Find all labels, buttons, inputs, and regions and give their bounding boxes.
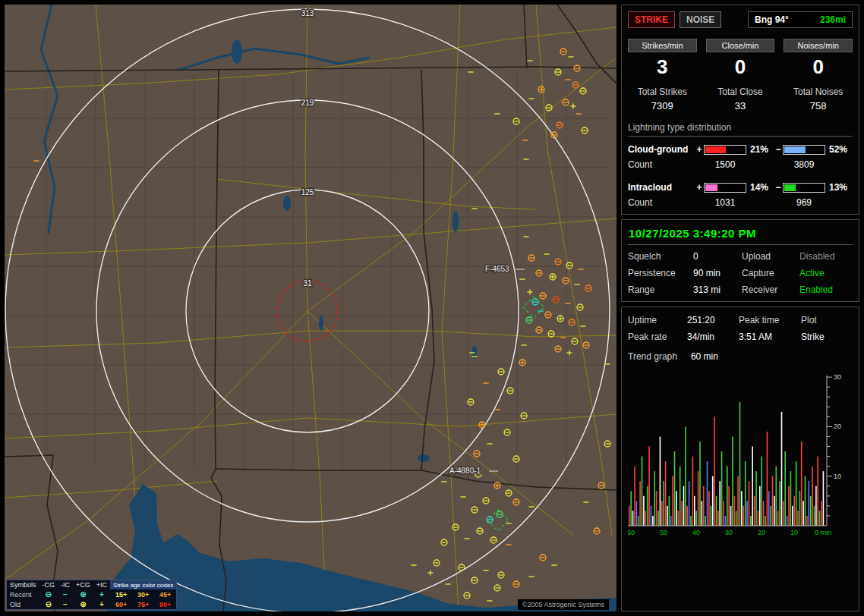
ic-neg-bar [783,183,825,193]
ic-pos-bar [704,183,746,193]
lightning-map[interactable]: 31321912531 F-4653A-4880-1 [5,5,616,611]
total-noises: Total Noises 758 [784,86,853,112]
bearing-display: Bng 94° 236mi [748,11,853,28]
cloud-ground-counts: Count 1500 3809 [628,159,853,170]
age-code-15: 15+ [110,589,132,599]
svg-text:20: 20 [758,529,765,536]
divider [628,244,853,245]
svg-text:20: 20 [834,423,841,430]
svg-text:0 min: 0 min [815,529,831,536]
svg-text:40: 40 [692,529,700,536]
legend-col-pos-cg: +CG [73,580,93,589]
distribution-title: Lightning type distribution [628,122,853,137]
cg-pos-bar [704,145,746,155]
intracloud-counts: Count 1031 969 [628,197,853,208]
legend-age-title: Strike age color codes [110,580,176,589]
trend-box: Uptime 251:20 Peak time Plot Peak rate 3… [621,306,859,611]
svg-text:30: 30 [725,529,733,536]
map-panel[interactable]: 31321912531 F-4653A-4880-1 Symbols -CG -… [5,5,616,611]
recent-ic-minus-icon: − [58,589,73,599]
bearing-range: 236mi [820,14,846,25]
stats-box: STRIKE NOISE Bng 94° 236mi Strikes/min 3… [621,5,859,215]
rate-counters: Strikes/min 3 Close/min 0 Noises/min 0 [628,39,853,79]
total-close: Total Close 33 [706,86,775,112]
legend-col-neg-cg: -CG [39,580,58,589]
legend-symbols-title: Symbols [7,580,39,589]
old-cg-minus-icon: ⊖ [39,599,58,609]
noises-per-min-value: 0 [784,55,853,79]
strikes-per-min: Strikes/min 3 [628,39,697,79]
noise-button[interactable]: NOISE [680,11,721,28]
recent-ic-plus-icon: + [93,589,110,599]
svg-text:10: 10 [790,529,798,536]
minus-sign: − [774,144,783,155]
recent-cg-plus-icon: ⊕ [73,589,93,599]
legend-recent-label: Recent [7,589,39,599]
legend-col-neg-ic: -IC [58,580,73,589]
bearing-label: Bng 94° [755,14,789,25]
ring-label-31: 31 [303,279,312,288]
age-code-30: 30+ [132,589,154,599]
ring-label-219: 219 [301,99,314,107]
old-cg-plus-icon: ⊕ [73,599,93,609]
trend-graph-label: Trend graph [628,351,677,362]
old-ic-plus-icon: + [93,599,110,609]
noises-per-min: Noises/min 0 [784,39,853,79]
datetime-display: 10/27/2025 3:49:20 PM [629,227,853,240]
capture-status: Active [799,268,853,278]
strikes-per-min-label: Strikes/min [628,39,697,52]
cg-neg-bar [783,145,825,155]
control-panel: STRIKE NOISE Bng 94° 236mi Strikes/min 3… [621,5,859,611]
legend-col-pos-ic: +IC [93,580,110,589]
minus-sign: − [774,182,783,193]
old-ic-minus-icon: − [58,599,73,609]
strike-button[interactable]: STRIKE [628,11,675,28]
trend-graph: 3020106050403020100 min [628,365,853,555]
upload-status: Disabled [799,251,853,262]
total-counters: Total Strikes 7309 Total Close 33 Total … [628,86,853,112]
receiver-status: Enabled [799,284,853,295]
status-box: 10/27/2025 3:49:20 PM Squelch 0 Upload D… [621,219,859,302]
close-per-min: Close/min 0 [706,39,775,79]
svg-text:60: 60 [628,529,635,536]
plus-sign: + [695,182,704,193]
copyright-notice: ©2005 Astrogenic Systems [518,599,609,610]
legend-old-label: Old [7,599,39,609]
recent-cg-minus-icon: ⊖ [39,589,58,599]
svg-text:10: 10 [834,473,841,480]
strike-legend: Symbols -CG -IC +CG +IC Strike age color… [6,580,177,610]
age-code-90: 90+ [154,599,176,609]
age-code-60: 60+ [110,599,132,609]
cell-label: A-4880-1 [449,467,481,475]
strikes-per-min-value: 3 [628,55,697,79]
app-root: 31321912531 F-4653A-4880-1 Symbols -CG -… [0,0,864,616]
plus-sign: + [695,144,704,155]
uptime-grid: Uptime 251:20 Peak time Plot Peak rate 3… [628,315,853,342]
status-grid: Squelch 0 Upload Disabled Persistence 90… [628,251,853,295]
svg-text:30: 30 [834,373,841,381]
age-code-45: 45+ [154,589,176,599]
ring-label-125: 125 [301,188,314,196]
ring-label-313: 313 [301,9,314,17]
cell-label: F-4653 [485,265,509,273]
noises-per-min-label: Noises/min [784,39,853,52]
intracloud-row: Intracloud + 14% − 13% [628,182,853,193]
total-strikes: Total Strikes 7309 [628,86,697,112]
age-code-75: 75+ [132,599,154,609]
close-per-min-label: Close/min [706,39,775,52]
close-per-min-value: 0 [706,55,775,79]
trend-window: 60 min [691,351,718,362]
cloud-ground-row: Cloud-ground + 21% − 52% [628,144,853,155]
svg-text:50: 50 [660,529,667,536]
